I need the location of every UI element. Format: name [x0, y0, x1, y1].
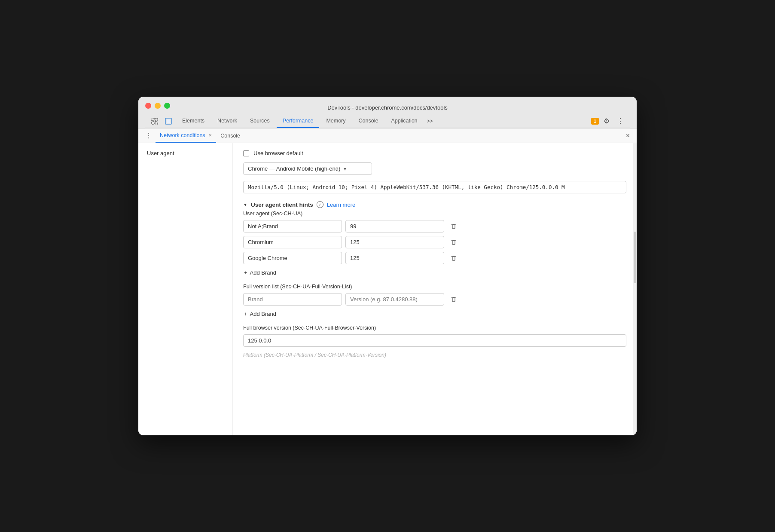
full-browser-version-input[interactable]: [243, 334, 626, 347]
add-brand-button-1[interactable]: + Add Brand: [243, 268, 626, 278]
tab-application[interactable]: Application: [385, 114, 423, 128]
scrollbar-thumb[interactable]: [634, 232, 636, 283]
close-drawer-icon[interactable]: ×: [622, 129, 633, 142]
plus-icon-2: +: [244, 311, 247, 317]
scrollbar[interactable]: [633, 143, 637, 435]
minimize-button[interactable]: [155, 103, 161, 109]
chevron-down-icon: ▾: [344, 166, 346, 172]
use-browser-default-checkbox[interactable]: [243, 150, 249, 156]
selector-icon[interactable]: [149, 115, 161, 127]
close-button[interactable]: [145, 103, 151, 109]
tab-network[interactable]: Network: [211, 114, 243, 128]
content-area: User agent Use browser default Chrome — …: [138, 143, 637, 435]
full-browser-version-label: Full browser version (Sec-CH-UA-Full-Bro…: [243, 325, 626, 331]
inspector-icon[interactable]: [162, 115, 174, 127]
more-options-icon[interactable]: ⋮: [614, 115, 626, 127]
ua-string-input[interactable]: [243, 181, 626, 193]
info-icon[interactable]: i: [317, 201, 323, 208]
tab-console[interactable]: Console: [353, 114, 384, 128]
brand-name-input-2[interactable]: [243, 252, 342, 264]
full-version-brand-input[interactable]: [243, 293, 342, 306]
tab-sources[interactable]: Sources: [244, 114, 276, 128]
drawer-tab-network-conditions[interactable]: Network conditions ×: [156, 128, 216, 143]
learn-more-link[interactable]: Learn more: [327, 202, 355, 208]
sec-ch-ua-label: User agent (Sec-CH-UA): [243, 211, 626, 217]
tab-performance[interactable]: Performance: [277, 114, 320, 128]
settings-icon[interactable]: ⚙: [601, 115, 613, 127]
ua-select-value: Chrome — Android Mobile (high-end): [248, 165, 340, 172]
delete-brand-2[interactable]: [448, 252, 460, 264]
brand-row-2: [243, 252, 626, 264]
plus-icon-1: +: [244, 269, 247, 276]
svg-rect-3: [155, 122, 158, 124]
main-tab-bar: Elements Network Sources Performance Mem…: [145, 114, 630, 128]
svg-rect-1: [155, 118, 158, 121]
close-network-conditions-tab[interactable]: ×: [209, 132, 212, 138]
window-title: DevTools - developer.chrome.com/docs/dev…: [145, 104, 630, 114]
platform-label: Platform (Sec-CH-UA-Platform / Sec-CH-UA…: [243, 352, 626, 358]
ua-string-row: [243, 181, 626, 193]
full-version-list-label: Full version list (Sec-CH-UA-Full-Versio…: [243, 284, 626, 290]
svg-rect-2: [152, 122, 154, 124]
drawer-tab-console[interactable]: Console: [216, 129, 244, 142]
full-version-brand-row: [243, 293, 626, 306]
add-brand-label-2: Add Brand: [250, 311, 276, 317]
left-panel: User agent: [138, 143, 233, 435]
svg-rect-0: [152, 118, 154, 121]
brand-version-input-2[interactable]: [345, 252, 444, 264]
brand-version-input-1[interactable]: [345, 236, 444, 248]
tab-memory[interactable]: Memory: [320, 114, 351, 128]
brand-name-input-1[interactable]: [243, 236, 342, 248]
brand-row-1: [243, 236, 626, 248]
main-panel: Use browser default Chrome — Android Mob…: [233, 143, 637, 435]
notification-badge: 1: [591, 118, 599, 125]
ua-select-row: Chrome — Android Mobile (high-end) ▾: [243, 162, 626, 175]
collapse-triangle-icon[interactable]: ▼: [243, 202, 247, 207]
delete-full-version-brand[interactable]: [448, 294, 460, 306]
tab-elements[interactable]: Elements: [176, 114, 211, 128]
add-brand-button-2[interactable]: + Add Brand: [243, 309, 626, 319]
brand-version-input-0[interactable]: [345, 220, 444, 232]
drawer-menu-icon[interactable]: ⋮: [142, 129, 156, 142]
brand-name-input-0[interactable]: [243, 220, 342, 232]
drawer-tab-bar: ⋮ Network conditions × Console ×: [138, 128, 637, 143]
tab-bar-right: 1 ⚙ ⋮: [591, 115, 626, 127]
client-hints-header: ▼ User agent client hints i Learn more: [243, 201, 626, 208]
maximize-button[interactable]: [164, 103, 170, 109]
svg-rect-5: [167, 119, 170, 123]
more-tabs-button[interactable]: >>: [424, 115, 436, 128]
title-bar: DevTools - developer.chrome.com/docs/dev…: [138, 97, 637, 128]
delete-brand-1[interactable]: [448, 236, 460, 248]
client-hints-title: User agent client hints: [251, 202, 313, 208]
brand-row-0: [243, 220, 626, 232]
ua-select[interactable]: Chrome — Android Mobile (high-end) ▾: [243, 162, 372, 175]
add-brand-label-1: Add Brand: [250, 269, 276, 276]
devtools-window: DevTools - developer.chrome.com/docs/dev…: [138, 97, 637, 435]
delete-brand-0[interactable]: [448, 220, 460, 232]
full-version-version-input[interactable]: [345, 293, 444, 306]
use-browser-default-label: Use browser default: [253, 150, 303, 156]
user-agent-label: User agent: [147, 150, 174, 156]
use-browser-default-row: Use browser default: [243, 150, 626, 156]
